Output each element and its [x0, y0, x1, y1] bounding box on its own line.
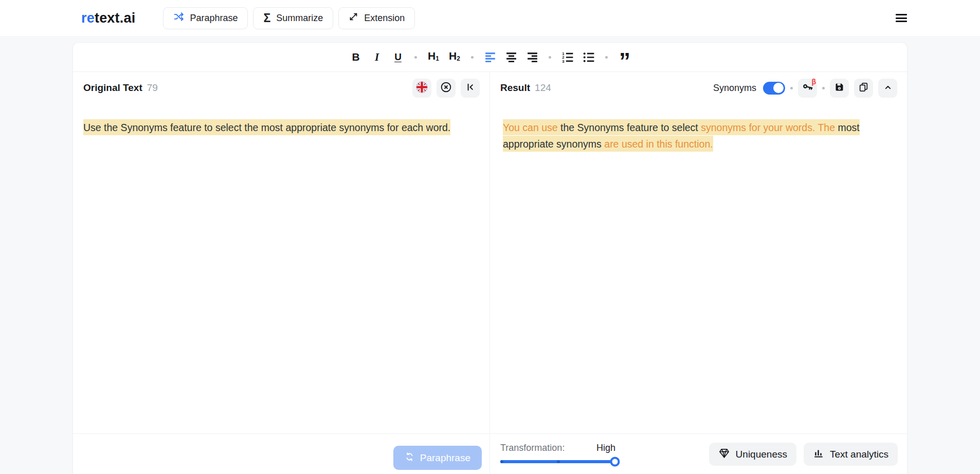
logo-prefix: re: [81, 10, 95, 26]
header-separator-dot: [790, 87, 793, 89]
collapse-left-icon: [465, 82, 476, 94]
shuffle-icon: [173, 11, 184, 25]
original-panel-title: Original Text: [83, 82, 142, 94]
toggle-knob: [773, 83, 784, 93]
toolbar-separator-dot: [549, 56, 551, 59]
language-button[interactable]: [412, 79, 431, 98]
save-floppy-icon: [834, 82, 845, 94]
heading1-sub: 1: [435, 55, 439, 62]
original-word-count: 79: [147, 82, 158, 94]
heading2-glyph: H: [449, 50, 457, 62]
formatting-toolbar: B I U H1 H2: [73, 43, 907, 72]
toolbar-separator-dot: [605, 56, 608, 59]
collapse-result-button[interactable]: [878, 79, 897, 98]
logo-suffix: text.ai: [95, 10, 135, 26]
nav-extension-button[interactable]: Extension: [338, 7, 415, 29]
expand-icon: [349, 12, 358, 24]
result-sentence: You can use the Synonyms feature to sele…: [503, 119, 860, 152]
chevron-up-icon: [883, 82, 893, 94]
paraphrase-button-label: Paraphrase: [420, 452, 470, 464]
footer-buttons: Uniqueness Text analytics: [709, 443, 898, 474]
original-panel-header: Original Text 79: [73, 72, 489, 104]
transformation-label: Transformation:: [500, 443, 565, 453]
bullet-list-button[interactable]: [582, 50, 595, 64]
heading1-button[interactable]: H1: [427, 50, 440, 64]
retext-logo[interactable]: retext.ai: [81, 10, 135, 26]
transformation-slider[interactable]: [500, 460, 619, 463]
beta-badge: β: [811, 78, 816, 86]
hamburger-menu-icon[interactable]: [896, 12, 907, 24]
underline-button[interactable]: U: [391, 50, 405, 64]
uniqueness-button[interactable]: Uniqueness: [709, 443, 796, 466]
nav-summarize-button[interactable]: Σ Summarize: [253, 7, 333, 29]
align-right-button[interactable]: [525, 50, 539, 64]
text-analytics-button[interactable]: Text analytics: [804, 443, 898, 466]
result-text-segment: the Synonyms feature to select: [560, 119, 701, 135]
align-left-button[interactable]: [483, 50, 497, 64]
italic-button[interactable]: I: [370, 50, 384, 64]
uk-flag-icon: [415, 81, 428, 95]
transformation-slider-handle[interactable]: [610, 457, 620, 467]
slider-stop: [500, 460, 503, 463]
heading2-sub: 2: [457, 55, 460, 62]
result-text-area[interactable]: You can use the Synonyms feature to sele…: [490, 104, 907, 433]
blockquote-button[interactable]: ”: [618, 50, 631, 64]
editor-card: B I U H1 H2: [72, 42, 908, 474]
editor-panels: Original Text 79: [73, 72, 907, 433]
result-word-count: 124: [535, 82, 551, 94]
nav-summarize-label: Summarize: [276, 13, 323, 24]
header-separator-dot: [822, 87, 825, 89]
sigma-icon: Σ: [263, 12, 270, 24]
save-button[interactable]: [830, 79, 849, 98]
clear-circle-icon: [440, 81, 452, 95]
bold-button[interactable]: B: [349, 50, 362, 64]
result-text-segment: You can use: [503, 119, 560, 135]
toolbar-separator-dot: [471, 56, 474, 59]
copy-icon: [858, 82, 869, 94]
result-panel-header: Result 124 Synonyms: [490, 72, 907, 104]
original-text-panel: Original Text 79: [73, 72, 490, 433]
heading2-button[interactable]: H2: [448, 50, 461, 64]
ordered-list-button[interactable]: 123: [561, 50, 574, 64]
text-analytics-label: Text analytics: [830, 449, 888, 460]
diamond-icon: [718, 447, 730, 462]
footer-bar: Paraphrase Transformation: High: [73, 433, 907, 474]
nav-extension-label: Extension: [364, 13, 405, 24]
result-panel: Result 124 Synonyms: [490, 72, 907, 433]
heading1-glyph: H: [428, 50, 435, 62]
result-text-segment: are used in this function.: [604, 136, 713, 152]
nav-paraphrase-label: Paraphrase: [190, 13, 238, 24]
footer-left: Paraphrase: [73, 434, 490, 474]
toolbar-separator-dot: [414, 56, 417, 59]
svg-text:3: 3: [562, 59, 565, 63]
copy-button[interactable]: [854, 79, 873, 98]
uniqueness-label: Uniqueness: [736, 449, 787, 460]
original-sentence: Use the Synonyms feature to select the m…: [83, 119, 450, 135]
top-bar: retext.ai Paraphrase Σ Summarize Exte: [0, 0, 980, 36]
collapse-panel-button[interactable]: [461, 79, 480, 98]
sync-icon: [405, 452, 414, 464]
transformation-value: High: [596, 443, 615, 453]
result-text-segment: synonyms for your words. The: [701, 119, 838, 135]
result-panel-title: Result: [500, 82, 530, 94]
footer-right: Transformation: High: [490, 434, 907, 474]
synonyms-toggle[interactable]: [763, 82, 785, 95]
nav-paraphrase-button[interactable]: Paraphrase: [163, 7, 248, 29]
align-center-button[interactable]: [504, 50, 518, 64]
slider-stop: [557, 460, 560, 463]
paraphrase-action-button[interactable]: Paraphrase: [393, 446, 482, 470]
original-text-area[interactable]: Use the Synonyms feature to select the m…: [73, 104, 489, 433]
clear-text-button[interactable]: [437, 79, 456, 98]
synonyms-label: Synonyms: [713, 83, 756, 94]
bar-chart-icon: [813, 447, 824, 461]
main-nav: Paraphrase Σ Summarize Extension: [163, 7, 415, 29]
api-key-button[interactable]: β: [798, 79, 817, 98]
transformation-control: Transformation: High: [500, 443, 619, 474]
